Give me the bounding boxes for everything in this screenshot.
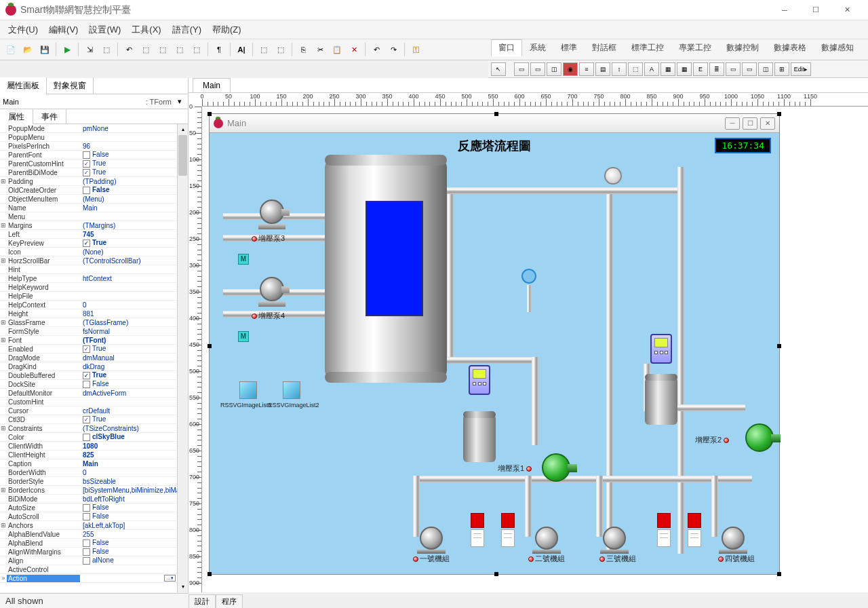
new-button[interactable]: 📄 — [3, 42, 19, 57]
tool-7[interactable]: ⬚ — [189, 42, 205, 57]
minimize-button[interactable]: ─ — [769, 0, 800, 20]
comp-tab-data-aware[interactable]: 數據感知 — [814, 39, 861, 56]
comp-17[interactable]: ⊞ — [774, 62, 789, 76]
comp-8[interactable]: ⬚ — [628, 62, 643, 76]
cut-button[interactable]: ✂ — [312, 42, 328, 57]
property-row[interactable]: HelpFile — [0, 292, 188, 301]
property-row[interactable]: NameMain — [0, 204, 188, 212]
imagelist-2[interactable] — [283, 381, 300, 399]
property-row[interactable]: ActiveControl — [0, 565, 188, 574]
scrollbar[interactable]: ▴ ▾ — [177, 124, 188, 592]
comp-1[interactable]: ▭ — [514, 62, 529, 76]
property-row[interactable]: DoubleBuffered✓True — [0, 371, 188, 380]
pressure-gauge[interactable] — [604, 167, 622, 185]
menu-edit[interactable]: 編輯(V) — [43, 21, 83, 39]
object-dropdown[interactable]: ▾ — [174, 97, 185, 106]
property-row[interactable]: OldCreateOrderFalse — [0, 186, 188, 195]
property-row[interactable]: ⊞HorzScrollBar(TControlScrollBar) — [0, 256, 188, 265]
form-close[interactable]: ✕ — [760, 117, 775, 130]
property-row[interactable]: AlphaBlendValue255 — [0, 530, 188, 539]
comp-15[interactable]: ▭ — [742, 62, 757, 76]
property-row[interactable]: ⊞BorderIcons[biSystemMenu,biMinimize,biM… — [0, 486, 188, 495]
comp-4[interactable]: ◉ — [563, 62, 578, 76]
property-row[interactable]: BorderWidth0 — [0, 468, 188, 477]
property-row[interactable]: AutoSizeFalse — [0, 504, 188, 512]
comp-10[interactable]: ▦ — [660, 62, 675, 76]
object-selector[interactable]: : TForm ▾ — [0, 94, 188, 109]
tool-9[interactable]: ⬚ — [273, 42, 289, 57]
property-row[interactable]: ParentFontFalse — [0, 151, 188, 159]
comp-edit[interactable]: Edit▸ — [791, 62, 811, 76]
comp-tab-data-grid[interactable]: 數據表格 — [766, 39, 814, 56]
tool-1[interactable]: ⇲ — [81, 42, 98, 57]
comp-11[interactable]: ▦ — [677, 62, 692, 76]
property-row[interactable]: KeyPreview✓True — [0, 239, 188, 248]
paste-button[interactable]: 📋 — [329, 42, 345, 57]
menu-language[interactable]: 語言(Y) — [167, 21, 207, 39]
comp-9[interactable]: A — [644, 62, 659, 76]
property-row[interactable]: PopupMenu — [0, 133, 188, 142]
property-row[interactable]: HelpTypehtContext — [0, 274, 188, 283]
redo-button[interactable]: ↷ — [385, 42, 401, 57]
property-row[interactable]: DockSiteFalse — [0, 380, 188, 389]
open-button[interactable]: 📂 — [20, 42, 36, 57]
property-row[interactable]: CustomHint — [0, 398, 188, 406]
tool-5[interactable]: ⬚ — [155, 42, 171, 57]
pointer-tool[interactable]: ↖ — [491, 62, 506, 76]
m-box-2[interactable]: M — [238, 331, 249, 342]
property-row[interactable]: ⊞Constraints(TSizeConstraints) — [0, 424, 188, 433]
reactor-tank[interactable] — [325, 160, 447, 377]
property-row[interactable]: HelpKeyword — [0, 283, 188, 292]
property-row[interactable]: Left745 — [0, 230, 188, 239]
run-button[interactable]: ▶ — [59, 42, 75, 57]
machine-3-pump[interactable] — [603, 527, 626, 550]
key-button[interactable]: ⚿ — [408, 42, 424, 57]
property-row[interactable]: »Action…▾ — [0, 574, 188, 583]
property-row[interactable]: ParentBiDiMode✓True — [0, 168, 188, 177]
property-row[interactable]: DragModedmManual — [0, 354, 188, 362]
undo-button[interactable]: ↶ — [368, 42, 384, 57]
imagelist-1[interactable] — [239, 381, 257, 399]
property-row[interactable]: Ctl3D✓True — [0, 415, 188, 424]
property-row[interactable]: AlignalNone — [0, 556, 188, 565]
comp-6[interactable]: ▤ — [595, 62, 610, 76]
object-name-input[interactable] — [3, 98, 146, 106]
tool-4[interactable]: ⬚ — [138, 42, 154, 57]
property-row[interactable]: AlignWithMarginsFalse — [0, 548, 188, 556]
comp-16[interactable]: ◫ — [758, 62, 773, 76]
menu-tools[interactable]: 工具(X) — [126, 21, 166, 39]
machine-3-switch[interactable] — [657, 513, 671, 528]
property-row[interactable]: AutoScrollFalse — [0, 512, 188, 521]
machine-2-pump[interactable] — [535, 527, 558, 550]
comp-2[interactable]: ▭ — [530, 62, 545, 76]
property-row[interactable]: HelpContext0 — [0, 301, 188, 309]
pump-4[interactable] — [260, 277, 284, 301]
property-row[interactable]: ⊞Anchors[akLeft,akTop] — [0, 521, 188, 530]
tab-design[interactable]: 設計 — [189, 594, 216, 608]
valve-handle[interactable] — [521, 269, 536, 284]
property-row[interactable]: ObjectMenuItem(Menu) — [0, 195, 188, 204]
property-row[interactable]: DragKinddkDrag — [0, 362, 188, 371]
property-row[interactable]: PopupModepmNone — [0, 124, 188, 133]
property-row[interactable]: PixelsPerInch96 — [0, 142, 188, 151]
designer-form[interactable]: Main ─ ☐ ✕ 反應塔流程圖 16:37:34 — [209, 113, 780, 575]
property-row[interactable]: ColorclSkyBlue — [0, 433, 188, 442]
cylinder-2[interactable] — [645, 377, 677, 425]
tool-8[interactable]: ⬚ — [256, 42, 272, 57]
machine-3-switch2[interactable] — [688, 513, 701, 528]
machine-1-pump[interactable] — [420, 527, 443, 550]
tab-properties[interactable]: 屬性面板 — [0, 77, 47, 94]
pump-2[interactable] — [745, 423, 774, 452]
property-row[interactable]: Height881 — [0, 309, 188, 318]
property-row[interactable]: BiDiModebdLeftToRight — [0, 495, 188, 504]
property-row[interactable]: ClientHeight825 — [0, 451, 188, 459]
property-row[interactable]: FormStylefsNormal — [0, 327, 188, 336]
property-row[interactable]: Menu — [0, 212, 188, 221]
machine-1-switch2[interactable] — [501, 513, 515, 528]
scrollbar-thumb[interactable] — [178, 135, 187, 176]
comp-tab-more[interactable]: 通 — [861, 39, 868, 56]
comp-tab-system[interactable]: 系統 — [522, 39, 553, 56]
tool-2[interactable]: ⬚ — [98, 42, 115, 57]
comp-tab-standard[interactable]: 標準 — [553, 39, 585, 56]
property-row[interactable]: ⊞GlassFrame(TGlassFrame) — [0, 318, 188, 327]
